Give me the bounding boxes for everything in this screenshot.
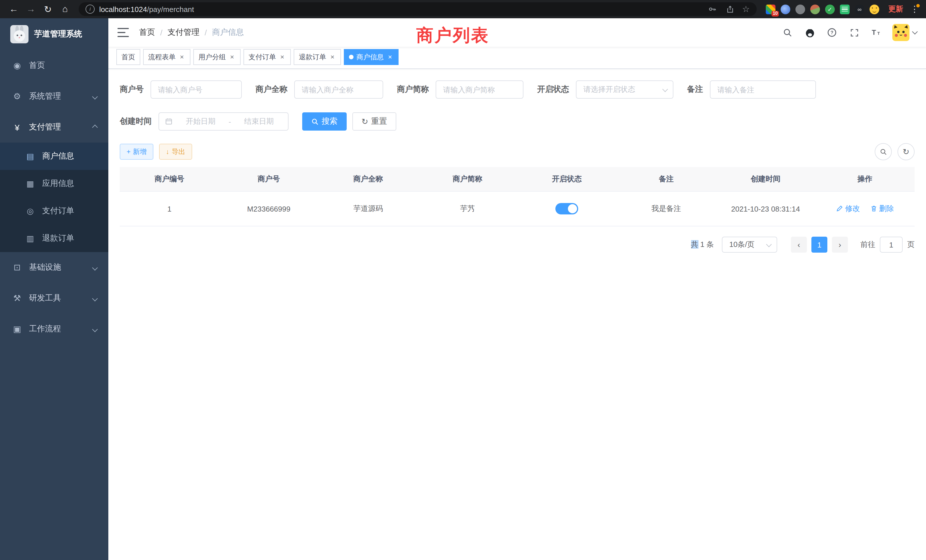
- breadcrumb-separator: /: [160, 28, 162, 37]
- extension-gray-icon[interactable]: [796, 4, 805, 14]
- navbar: 首页 / 支付管理 / 商户信息 商户列表 ?: [108, 18, 926, 47]
- sidebar-item-label: 工作流程: [29, 324, 86, 334]
- sidebar-item-payment[interactable]: ¥ 支付管理: [0, 112, 108, 142]
- infrastructure-icon: ⊡: [12, 262, 22, 272]
- tab-close-icon[interactable]: ×: [228, 53, 236, 61]
- search-button[interactable]: 搜索: [302, 112, 346, 130]
- col-actions: 操作: [816, 167, 915, 191]
- merchant-no-input[interactable]: [151, 80, 242, 98]
- dashboard-icon: ◉: [12, 61, 22, 71]
- calendar-icon: [165, 118, 173, 126]
- prev-page-button[interactable]: ‹: [791, 237, 807, 253]
- browser-menu-icon[interactable]: ⋮: [909, 4, 920, 14]
- github-icon[interactable]: [803, 26, 816, 39]
- total-count: 共 1 条: [691, 239, 714, 250]
- sidebar-item-label: 退款订单: [42, 233, 108, 244]
- extension-check-icon[interactable]: ✓: [825, 4, 835, 14]
- table-tools: ↻: [875, 143, 915, 160]
- extension-avatar-icon[interactable]: [810, 4, 820, 14]
- tab-user-group[interactable]: 用户分组×: [193, 49, 241, 65]
- reset-button[interactable]: ↻ 重置: [353, 112, 396, 130]
- short-name-input[interactable]: [436, 80, 524, 98]
- tab-process-form[interactable]: 流程表单×: [143, 49, 191, 65]
- status-label: 开启状态: [537, 85, 569, 95]
- bookmark-star-icon[interactable]: ☆: [742, 4, 750, 14]
- breadcrumb-payment[interactable]: 支付管理: [168, 27, 200, 38]
- sidebar-item-system[interactable]: ⚙ 系统管理: [0, 81, 108, 112]
- plus-icon: +: [127, 148, 130, 156]
- add-button[interactable]: + 新增: [120, 144, 153, 160]
- tab-home[interactable]: 首页: [117, 49, 140, 65]
- extension-blue-icon[interactable]: [781, 4, 790, 14]
- tab-close-icon[interactable]: ×: [329, 53, 336, 61]
- edit-link-label: 修改: [845, 204, 860, 214]
- user-menu[interactable]: [892, 24, 917, 41]
- toggle-search-button[interactable]: [875, 143, 892, 160]
- tab-pay-order[interactable]: 支付订单×: [244, 49, 291, 65]
- export-button[interactable]: ↓ 导出: [159, 144, 192, 160]
- extension-dark-icon[interactable]: ∞: [855, 4, 864, 14]
- sidebar-item-infrastructure[interactable]: ⊡ 基础设施: [0, 252, 108, 283]
- status-toggle[interactable]: [555, 203, 578, 215]
- url-text[interactable]: localhost:1024/pay/merchant: [99, 5, 701, 14]
- tab-refund-order[interactable]: 退款订单×: [294, 49, 341, 65]
- page-size-select[interactable]: 10条/页: [722, 237, 777, 253]
- delete-link[interactable]: 删除: [870, 204, 894, 214]
- breadcrumb-home[interactable]: 首页: [139, 27, 155, 38]
- password-key-icon[interactable]: [706, 3, 718, 15]
- tab-close-icon[interactable]: ×: [179, 53, 185, 61]
- share-icon[interactable]: [724, 3, 737, 15]
- edit-link[interactable]: 修改: [836, 204, 860, 214]
- tab-close-icon[interactable]: ×: [387, 53, 393, 61]
- cell-merchant-id: 1: [120, 191, 219, 226]
- add-button-label: 新增: [133, 147, 147, 157]
- font-size-icon[interactable]: TT: [870, 26, 883, 39]
- back-icon[interactable]: ←: [6, 1, 22, 17]
- sidebar-item-merchant-info[interactable]: ▤ 商户信息: [0, 142, 108, 170]
- sidebar-item-app-info[interactable]: ▦ 应用信息: [0, 170, 108, 197]
- full-name-input[interactable]: [294, 80, 383, 98]
- help-icon[interactable]: ?: [826, 26, 838, 39]
- fullscreen-icon[interactable]: [848, 26, 861, 39]
- sidebar-item-home[interactable]: ◉ 首页: [0, 50, 108, 81]
- sidebar-item-dev-tools[interactable]: ⚒ 研发工具: [0, 283, 108, 314]
- total-rest: 1 条: [698, 240, 714, 249]
- svg-text:?: ?: [831, 30, 833, 35]
- avatar: [892, 24, 909, 41]
- address-bar[interactable]: i localhost:1024/pay/merchant ☆: [79, 2, 757, 16]
- search-icon[interactable]: [781, 26, 794, 39]
- forward-icon[interactable]: →: [23, 1, 39, 17]
- reload-icon[interactable]: ↻: [40, 1, 56, 17]
- tab-label: 退款订单: [299, 52, 326, 62]
- status-select[interactable]: 请选择开启状态: [576, 80, 673, 98]
- home-icon[interactable]: ⌂: [57, 1, 73, 17]
- extensions-area: 10 ✓ ∞: [766, 4, 879, 14]
- tab-merchant-info[interactable]: 商户信息×: [344, 49, 399, 65]
- remark-input[interactable]: [710, 80, 816, 98]
- cell-full-name: 芋道源码: [318, 191, 418, 226]
- info-icon[interactable]: i: [86, 5, 95, 14]
- extension-smiley-icon[interactable]: [870, 4, 879, 14]
- next-page-button[interactable]: ›: [832, 237, 848, 253]
- hamburger-icon[interactable]: [118, 28, 129, 37]
- url-path: /pay/merchant: [147, 5, 194, 14]
- sidebar-item-refund-order[interactable]: ▥ 退款订单: [0, 225, 108, 252]
- col-remark: 备注: [617, 167, 716, 191]
- update-button[interactable]: 更新: [888, 4, 903, 14]
- date-separator: -: [228, 117, 231, 126]
- sidebar-item-workflow[interactable]: ▣ 工作流程: [0, 314, 108, 344]
- tab-close-icon[interactable]: ×: [279, 53, 286, 61]
- page-number-1[interactable]: 1: [811, 237, 828, 253]
- sidebar-item-label: 商户信息: [42, 151, 108, 161]
- cell-short-name: 芋艿: [418, 191, 517, 226]
- search-button-label: 搜索: [322, 117, 337, 127]
- pagination: 共 1 条 10条/页 ‹ 1 › 前往 页: [120, 237, 915, 253]
- extension-grid-icon[interactable]: 10: [766, 4, 775, 14]
- cell-remark: 我是备注: [617, 191, 716, 226]
- logo[interactable]: 芋道管理系统: [0, 18, 108, 50]
- create-time-range-picker[interactable]: 开始日期 - 结束日期: [159, 112, 289, 130]
- sidebar-item-pay-order[interactable]: ◎ 支付订单: [0, 197, 108, 225]
- goto-page-input[interactable]: [880, 237, 903, 253]
- refresh-table-button[interactable]: ↻: [897, 143, 915, 160]
- extension-notes-icon[interactable]: [840, 4, 850, 14]
